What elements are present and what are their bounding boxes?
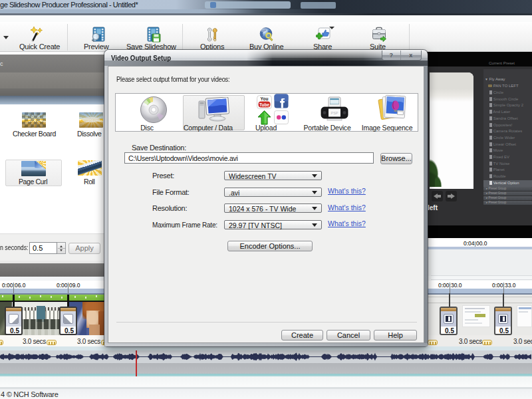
svg-text:PSP: PSP: [331, 111, 338, 115]
svg-text:Tube: Tube: [259, 102, 269, 107]
svg-text:You: You: [261, 96, 269, 101]
